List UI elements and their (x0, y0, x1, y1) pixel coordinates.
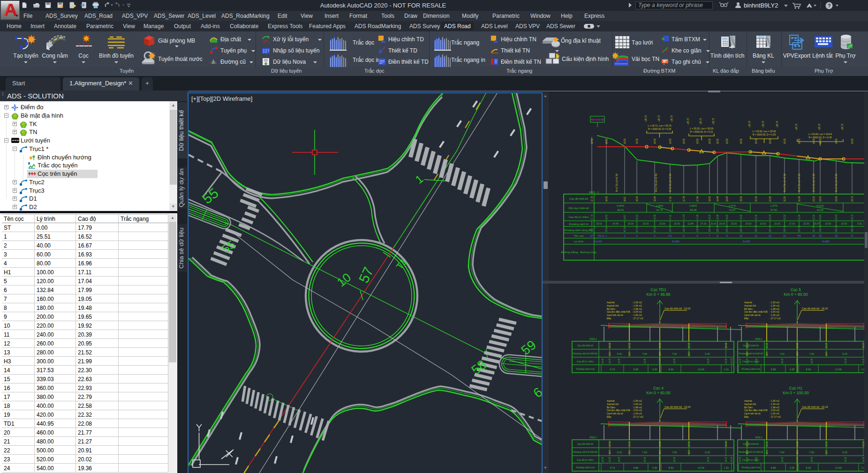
svg-text:16.02: 16.02 (796, 441, 799, 447)
svg-text:L = 25.71, Lex = 25.75: L = 25.71, Lex = 25.75 (648, 124, 672, 127)
svg-text:: 1.98 m2: : 1.98 m2 (770, 406, 779, 409)
svg-text:20.00: 20.00 (643, 222, 649, 225)
svg-text:Asphalt: Asphalt (744, 399, 752, 402)
svg-text:0+300: 0+300 (822, 240, 829, 243)
svg-text:22.93: 22.93 (835, 196, 838, 202)
svg-text:Cao độ tự nhiên: Cao độ tự nhiên (577, 360, 594, 363)
svg-text:7.50: 7.50 (809, 451, 815, 454)
svg-text:7.54: 7.54 (642, 451, 647, 454)
svg-text:Cao độ tự nhiên: Cao độ tự nhiên (568, 216, 589, 218)
svg-text:54.79: 54.79 (657, 209, 663, 211)
svg-text:Tên cọc: Tên cọc (574, 234, 583, 237)
svg-text:16.52: 16.52 (851, 138, 853, 144)
svg-text:60.00: 60.00 (636, 226, 638, 232)
svg-text:Asphalt: Asphalt (744, 301, 752, 304)
svg-text:7.50: 7.50 (672, 353, 677, 355)
svg-text:14.35: 14.35 (781, 457, 784, 462)
svg-text:16.0: 16.0 (766, 450, 768, 454)
svg-text:16.02: 16.02 (725, 441, 727, 447)
svg-text:21.52: 21.52 (784, 196, 786, 202)
svg-text:+25.75: +25.75 (645, 115, 647, 122)
svg-text:120.00: 120.00 (683, 225, 685, 232)
svg-text:12: 12 (769, 234, 771, 237)
svg-text:20.00: 20.00 (710, 222, 717, 225)
svg-text:Km 0 + 100.00: Km 0 + 100.00 (783, 390, 809, 395)
svg-text:38.53: 38.53 (617, 209, 624, 211)
svg-text:19.92: 19.92 (740, 196, 742, 202)
svg-text:Dốc dọc thiết kế: Dốc dọc thiết kế (568, 207, 589, 210)
svg-text:Bê Dăm: Bê Dăm (607, 406, 615, 409)
svg-text:14.35: 14.35 (731, 358, 733, 364)
svg-text:: 3.04 m2: : 3.04 m2 (632, 310, 642, 313)
svg-text:20.97: 20.97 (814, 222, 820, 225)
svg-text:8.90: 8.90 (669, 466, 674, 469)
svg-text:: 1.98 m2: : 1.98 m2 (632, 308, 642, 310)
svg-text:Km 0 + 48.86: Km 0 + 48.86 (647, 292, 671, 297)
svg-text:132.84: 132.84 (696, 225, 699, 232)
svg-text:20.00: 20.00 (719, 222, 725, 225)
svg-text:+25.75: +25.75 (658, 115, 660, 122)
svg-text:Bê Dăm: Bê Dăm (607, 308, 615, 310)
svg-text:16.02: 16.02 (659, 441, 661, 447)
svg-text:16.0: 16.0 (628, 450, 631, 454)
svg-text:+25.75: +25.75 (712, 118, 715, 125)
svg-text:R=17.50+10=47.56: R=17.50+10=47.56 (813, 173, 815, 192)
svg-text:0+100: 0+100 (672, 240, 679, 243)
svg-text:+25.75: +25.75 (762, 121, 764, 128)
svg-text:: 1.05 m2: : 1.05 m2 (770, 399, 779, 402)
svg-text:17.04: 17.04 (683, 196, 685, 202)
svg-text:1: 1 (413, 173, 425, 187)
svg-text:63.00: 63.00 (817, 209, 823, 211)
svg-text:binhntB9LY2: binhntB9LY2 (744, 2, 778, 9)
svg-text:14.35: 14.35 (673, 457, 676, 462)
svg-text:: 1.00 m2: : 1.00 m2 (770, 314, 779, 316)
svg-text:16.0: 16.0 (796, 352, 799, 356)
svg-text:MSS : 1: MSS : 1 (589, 191, 599, 194)
svg-text:20.00: 20.00 (825, 222, 831, 225)
svg-text:5: 5 (683, 234, 684, 237)
svg-text:16.52: 16.52 (769, 138, 771, 144)
svg-text:L = 25.93, Lex = 25.95: L = 25.93, Lex = 25.95 (753, 130, 776, 133)
svg-text:: 3.04 m2: : 3.04 m2 (632, 409, 642, 412)
svg-text:16.52: 16.52 (798, 138, 800, 144)
svg-text:8.90: 8.90 (806, 368, 811, 371)
svg-text:4: 4 (654, 234, 655, 237)
svg-text:5.92: 5.92 (857, 222, 862, 225)
svg-text:16.02: 16.02 (688, 441, 690, 447)
svg-text:Cao độ thiết kế: Cao độ thiết kế (743, 443, 759, 445)
svg-text:14.35: 14.35 (755, 457, 758, 462)
svg-text:: 27.17 m2: : 27.17 m2 (632, 415, 643, 418)
svg-text:16: 16 (835, 234, 838, 237)
svg-text:20.39: 20.39 (755, 214, 757, 220)
svg-text:Asphalt: Asphalt (607, 399, 615, 402)
svg-text:Cao độ thiết kế : 16.02: Cao độ thiết kế : 16.02 (664, 307, 690, 310)
svg-text:16.02: 16.02 (659, 343, 661, 348)
svg-text:59: 59 (518, 338, 539, 358)
svg-text:16.52: 16.52 (605, 196, 608, 202)
svg-text:20.00: 20.00 (774, 222, 780, 225)
svg-text:16.96: 16.96 (654, 214, 656, 220)
svg-text:9.25: 9.25 (705, 353, 710, 355)
svg-text:1.37%: 1.37% (770, 204, 777, 207)
svg-text:19.92: 19.92 (740, 214, 742, 220)
svg-text:Khoảng cách mía: Khoảng cách mía (576, 368, 595, 370)
svg-text:: 1.05 m2: : 1.05 m2 (632, 399, 642, 402)
svg-text:16.52: 16.52 (709, 138, 711, 144)
svg-text:19.48: 19.48 (717, 196, 719, 202)
svg-text:16.52: 16.52 (669, 138, 672, 144)
svg-text:57: 57 (355, 264, 376, 285)
svg-text:R = 2000.00, D = 0.29: R = 2000.00, D = 0.29 (648, 128, 671, 130)
svg-text:20.00: 20.00 (628, 222, 634, 225)
svg-text:19.65: 19.65 (726, 214, 728, 220)
svg-text:17.79: 17.79 (591, 196, 593, 202)
svg-text:R = 2000.00, D = 0.29: R = 2000.00, D = 0.29 (753, 133, 776, 136)
svg-text:16.02: 16.02 (796, 343, 799, 348)
svg-text:16.52: 16.52 (591, 138, 593, 144)
svg-text:Khoảng cách mía: Khoảng cách mía (742, 466, 760, 469)
svg-text:300.00: 300.00 (798, 225, 800, 232)
svg-text:16.52: 16.52 (636, 138, 638, 144)
svg-text:14.35: 14.35 (602, 358, 604, 364)
svg-text:0+0.00: 0+0.00 (594, 240, 602, 243)
svg-text:5.88: 5.88 (634, 368, 639, 371)
svg-text:: 1.00 m2: : 1.00 m2 (632, 412, 642, 415)
